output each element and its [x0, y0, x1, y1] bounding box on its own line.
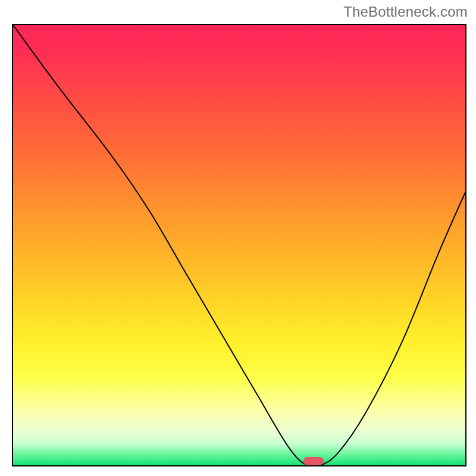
optimal-marker — [303, 457, 324, 465]
plot-area — [12, 24, 466, 466]
bottleneck-curve-path — [13, 25, 465, 466]
watermark-text: TheBottleneck.com — [343, 4, 468, 20]
bottleneck-chart: TheBottleneck.com — [0, 0, 476, 476]
curve-layer — [13, 25, 465, 465]
